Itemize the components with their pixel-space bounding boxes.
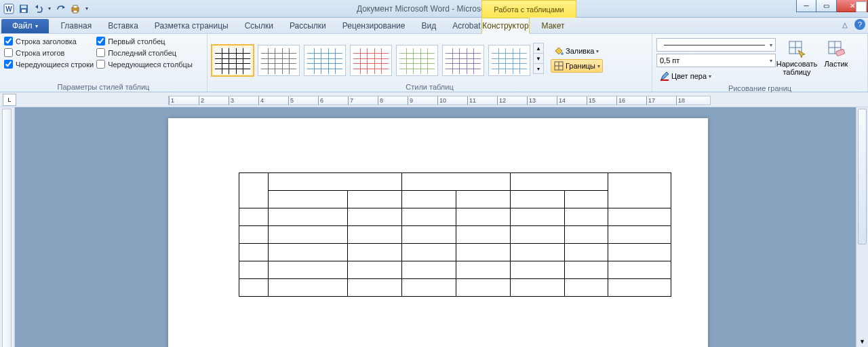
tab-Рецензирование[interactable]: Рецензирование: [334, 18, 414, 33]
table-style-thumb[interactable]: [258, 45, 300, 76]
tab-Главная[interactable]: Главная: [53, 18, 100, 33]
table-cell[interactable]: [402, 261, 456, 279]
table-cell[interactable]: [565, 226, 608, 244]
tab-Вставка[interactable]: Вставка: [100, 18, 146, 33]
scroll-down-icon[interactable]: ▼: [856, 336, 868, 347]
tab-Ссылки[interactable]: Ссылки: [237, 18, 281, 33]
table-cell[interactable]: [608, 261, 671, 279]
table-cell[interactable]: [511, 244, 565, 261]
table-cell[interactable]: [565, 191, 608, 208]
table-cell[interactable]: [402, 244, 456, 261]
checkbox-Первый столбец[interactable]: Первый столбец: [96, 37, 193, 45]
view-ruler-toggle[interactable]: [856, 1, 867, 12]
line-weight-combo[interactable]: 0,5 пт▾: [656, 54, 776, 67]
table-cell[interactable]: [239, 279, 269, 297]
undo-dropdown-icon[interactable]: ▾: [46, 1, 53, 16]
table-styles-gallery[interactable]: [212, 41, 530, 76]
horizontal-ruler[interactable]: 123456789101112131415161718: [168, 94, 868, 106]
save-icon[interactable]: [16, 1, 31, 16]
table-cell[interactable]: [239, 226, 269, 244]
checkbox-Последний столбец[interactable]: Последний столбец: [96, 48, 193, 57]
gallery-more-icon[interactable]: ▾: [534, 64, 543, 73]
redo-icon[interactable]: [53, 1, 68, 16]
table-cell[interactable]: [456, 226, 511, 244]
file-tab[interactable]: Файл▾: [1, 19, 49, 33]
vertical-scrollbar[interactable]: ▲ ▼: [856, 107, 868, 347]
table-cell[interactable]: [456, 208, 511, 226]
table-cell[interactable]: [239, 208, 269, 226]
table-cell[interactable]: [348, 244, 402, 261]
table-cell[interactable]: [348, 191, 402, 208]
checkbox-Строка итогов[interactable]: Строка итогов: [4, 48, 94, 57]
table-cell[interactable]: [269, 226, 348, 244]
tab-Разметка страницы[interactable]: Разметка страницы: [146, 18, 237, 33]
table-cell[interactable]: [608, 279, 671, 297]
tab-designer[interactable]: Конструктор: [481, 18, 530, 34]
table-cell[interactable]: [402, 173, 511, 191]
table-cell[interactable]: [402, 191, 456, 208]
table-cell[interactable]: [511, 173, 608, 191]
shading-button[interactable]: Заливка▾: [551, 44, 603, 58]
table-cell[interactable]: [239, 244, 269, 261]
table-cell[interactable]: [456, 244, 511, 261]
gallery-up-icon[interactable]: ▲: [534, 43, 543, 54]
table-cell[interactable]: [565, 279, 608, 297]
draw-table-button[interactable]: Нарисовать таблицу: [778, 38, 815, 76]
qat-customize-icon[interactable]: ▾: [83, 1, 91, 16]
scroll-thumb[interactable]: [858, 109, 867, 244]
table-style-thumb[interactable]: [212, 45, 254, 76]
document-page[interactable]: [168, 118, 708, 347]
eraser-button[interactable]: Ластик: [818, 38, 854, 68]
document-table[interactable]: [239, 172, 671, 297]
table-cell[interactable]: [511, 191, 565, 208]
tab-Вид[interactable]: Вид: [413, 18, 444, 33]
checkbox-Строка заголовка[interactable]: Строка заголовка: [4, 37, 94, 45]
help-icon[interactable]: ?: [854, 19, 865, 30]
minimize-button[interactable]: ─: [796, 0, 816, 12]
table-cell[interactable]: [608, 208, 671, 226]
table-style-thumb[interactable]: [304, 45, 346, 76]
table-cell[interactable]: [402, 226, 456, 244]
table-cell[interactable]: [511, 279, 565, 297]
tab-layout[interactable]: Макет: [530, 18, 576, 34]
tab-selector[interactable]: L: [3, 94, 16, 106]
table-cell[interactable]: [402, 279, 456, 297]
table-cell[interactable]: [565, 244, 608, 261]
table-cell[interactable]: [511, 208, 565, 226]
table-cell[interactable]: [269, 208, 348, 226]
table-cell[interactable]: [269, 191, 348, 208]
print-icon[interactable]: [68, 1, 83, 16]
gallery-scroll[interactable]: ▲ ▼ ▾: [533, 43, 544, 74]
table-cell[interactable]: [348, 226, 402, 244]
table-cell[interactable]: [511, 261, 565, 279]
table-cell[interactable]: [511, 226, 565, 244]
table-style-thumb[interactable]: [396, 45, 438, 76]
minimize-ribbon-icon[interactable]: △: [840, 19, 850, 30]
table-cell[interactable]: [269, 173, 402, 191]
undo-icon[interactable]: [31, 1, 46, 16]
checkbox-Чередующиеся строки[interactable]: Чередующиеся строки: [4, 60, 94, 69]
table-cell[interactable]: [608, 244, 671, 261]
table-cell[interactable]: [402, 208, 456, 226]
table-cell[interactable]: [565, 208, 608, 226]
maximize-button[interactable]: ▭: [816, 0, 837, 12]
table-cell[interactable]: [239, 261, 269, 279]
table-cell[interactable]: [348, 208, 402, 226]
table-cell[interactable]: [565, 261, 608, 279]
table-cell[interactable]: [269, 244, 348, 261]
table-cell[interactable]: [348, 279, 402, 297]
table-cell[interactable]: [456, 279, 511, 297]
table-cell[interactable]: [239, 173, 269, 208]
borders-button[interactable]: Границы▾: [551, 59, 603, 73]
checkbox-Чередующиеся столбцы[interactable]: Чередующиеся столбцы: [96, 60, 193, 69]
table-style-thumb[interactable]: [488, 45, 530, 76]
pen-color-button[interactable]: Цвет пера▾: [656, 69, 776, 83]
gallery-down-icon[interactable]: ▼: [534, 54, 543, 64]
line-style-combo[interactable]: ▾: [656, 38, 776, 52]
tab-Рассылки[interactable]: Рассылки: [281, 18, 334, 33]
table-cell[interactable]: [269, 279, 348, 297]
table-cell[interactable]: [456, 261, 511, 279]
table-style-thumb[interactable]: [350, 45, 392, 76]
table-cell[interactable]: [269, 261, 348, 279]
table-style-thumb[interactable]: [442, 45, 484, 76]
